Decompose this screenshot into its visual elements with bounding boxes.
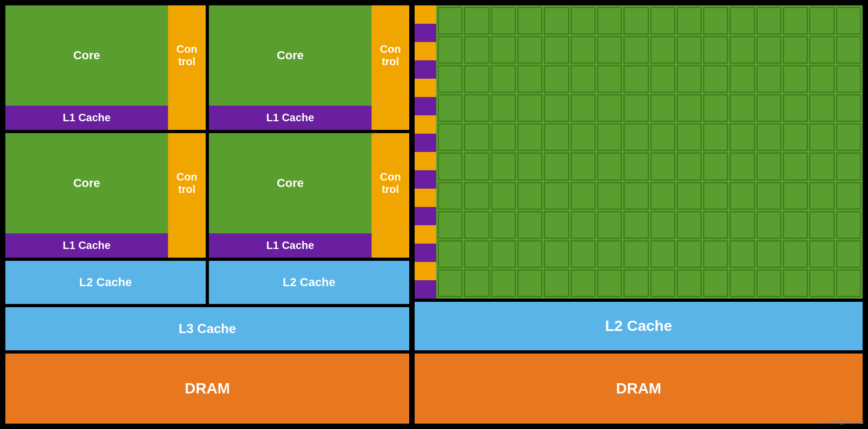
- gpu-core-cell: [517, 153, 542, 180]
- gpu-l2-cache: L2 Cache: [415, 302, 863, 350]
- gpu-core-cell: [757, 65, 781, 93]
- gpu-core-cell: [677, 240, 702, 268]
- core-3: Core: [5, 133, 168, 233]
- gpu-core-cell: [491, 240, 516, 268]
- gpu-core-cell: [809, 269, 834, 297]
- gpu-core-cell: [438, 182, 463, 210]
- gpu-core-cell: [703, 65, 728, 93]
- gpu-core-cell: [597, 240, 622, 268]
- gpu-core-cell: [464, 211, 489, 239]
- gpu-core-cell: [703, 153, 728, 180]
- gpu-core-cell: [783, 123, 808, 151]
- gpu-core-cell: [809, 153, 834, 180]
- gpu-core-cell: [757, 123, 781, 151]
- gpu-core-cell: [464, 182, 489, 210]
- gpu-core-cell: [624, 36, 648, 64]
- gpu-core-cell: [809, 211, 834, 239]
- gpu-core-cell: [783, 65, 808, 93]
- gpu-core-cell: [571, 211, 596, 239]
- gpu-core-cell: [597, 36, 622, 64]
- gpu-core-cell: [597, 94, 622, 122]
- gpu-core-cell: [517, 182, 542, 210]
- gpu-core-cell: [491, 153, 516, 180]
- core-top-2: Core Control: [209, 5, 409, 106]
- gpu-core-cell: [597, 123, 622, 151]
- gpu-core-cell: [571, 182, 596, 210]
- stripe-gold-1: [415, 5, 436, 24]
- gpu-core-cell: [650, 182, 675, 210]
- stripe-purple-1: [415, 24, 436, 42]
- stripe-purple-6: [415, 207, 436, 225]
- cores-row-bottom: Core Control L1 Cache Core Control L1 Ca…: [5, 133, 409, 258]
- gpu-core-cell: [730, 65, 754, 93]
- gpu-core-cell: [730, 211, 754, 239]
- gpu-core-cell: [677, 123, 702, 151]
- gpu-core-cell: [491, 7, 516, 34]
- gpu-core-cell: [624, 123, 648, 151]
- gpu-core-cell: [836, 65, 861, 93]
- gpu-core-cell: [836, 269, 861, 297]
- gpu-core-cell: [757, 153, 781, 180]
- gpu-core-cell: [544, 7, 569, 34]
- gpu-core-cell: [517, 94, 542, 122]
- gpu-core-cell: [597, 269, 622, 297]
- gpu-core-cell: [650, 94, 675, 122]
- l3-cache: L3 Cache: [5, 307, 409, 350]
- gpu-core-cell: [730, 153, 754, 180]
- gpu-core-cell: [730, 240, 754, 268]
- gpu-core-cell: [703, 211, 728, 239]
- l1-cache-3: L1 Cache: [5, 233, 168, 258]
- gpu-core-cell: [571, 269, 596, 297]
- core-group-4: Core Control L1 Cache: [209, 133, 409, 258]
- gpu-core-cell: [809, 240, 834, 268]
- gpu-core-cell: [757, 269, 781, 297]
- gpu-core-cell: [677, 94, 702, 122]
- gpu-core-cell: [757, 240, 781, 268]
- gpu-core-cell: [809, 7, 834, 34]
- gpu-diagram: L2 Cache DRAM: [415, 5, 863, 424]
- core-top-1: Core Control: [5, 5, 206, 106]
- gpu-core-cell: [757, 94, 781, 122]
- gpu-core-cell: [517, 123, 542, 151]
- gpu-core-cell: [783, 153, 808, 180]
- core-4: Core: [209, 133, 372, 233]
- gpu-core-cell: [836, 240, 861, 268]
- gpu-core-cell: [544, 211, 569, 239]
- gpu-core-cell: [571, 36, 596, 64]
- gpu-core-cell: [730, 269, 754, 297]
- stripe-gold-7: [415, 225, 436, 244]
- gpu-core-cell: [544, 240, 569, 268]
- stripe-gold-4: [415, 115, 436, 134]
- gpu-core-cell: [464, 65, 489, 93]
- gpu-core-cell: [809, 94, 834, 122]
- gpu-core-cell: [650, 153, 675, 180]
- core-1: Core: [5, 5, 168, 106]
- gpu-core-cell: [544, 123, 569, 151]
- gpu-core-cell: [464, 94, 489, 122]
- cpu-diagram: Core Control L1 Cache Core Control L1 Ca…: [5, 5, 409, 424]
- core-2: Core: [209, 5, 372, 106]
- gpu-core-cell: [571, 94, 596, 122]
- gpu-core-cell: [757, 7, 781, 34]
- watermark: CSDN @szZack: [821, 418, 864, 425]
- gpu-core-cell: [491, 123, 516, 151]
- gpu-core-cell: [597, 65, 622, 93]
- gpu-core-cell: [677, 153, 702, 180]
- gpu-core-cell: [517, 65, 542, 93]
- gpu-core-cell: [624, 94, 648, 122]
- l2-cache-right: L2 Cache: [209, 261, 409, 304]
- gpu-core-cell: [597, 182, 622, 210]
- gpu-core-cell: [571, 240, 596, 268]
- gpu-core-cell: [650, 7, 675, 34]
- stripe-purple-8: [415, 280, 436, 299]
- gpu-core-cell: [491, 211, 516, 239]
- gpu-core-cell: [624, 182, 648, 210]
- gpu-core-cell: [544, 182, 569, 210]
- gpu-core-cell: [783, 269, 808, 297]
- l1-cache-4: L1 Cache: [209, 233, 372, 258]
- gpu-dram: DRAM: [415, 354, 863, 424]
- gpu-core-cell: [517, 7, 542, 34]
- gpu-core-cell: [491, 65, 516, 93]
- gpu-core-cell: [650, 65, 675, 93]
- gpu-core-cell: [783, 211, 808, 239]
